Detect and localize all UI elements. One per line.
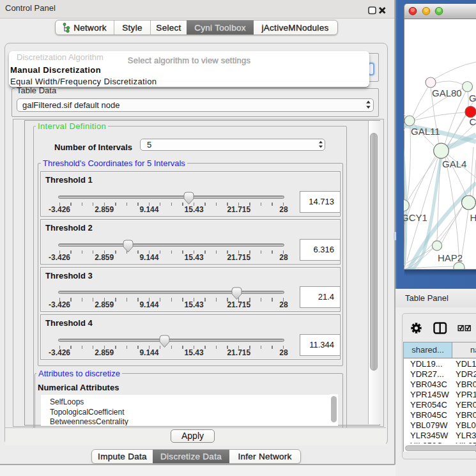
svg-text:GAL11: GAL11 [411,126,440,137]
svg-text:GAL80: GAL80 [432,88,462,98]
svg-text:H: H [470,212,476,223]
svg-text:GA: GA [469,93,476,104]
svg-text:GAL4: GAL4 [442,158,466,169]
svg-text:GCY1: GCY1 [404,212,427,223]
svg-text:C: C [470,116,476,127]
svg-text:HAP2: HAP2 [438,252,463,263]
